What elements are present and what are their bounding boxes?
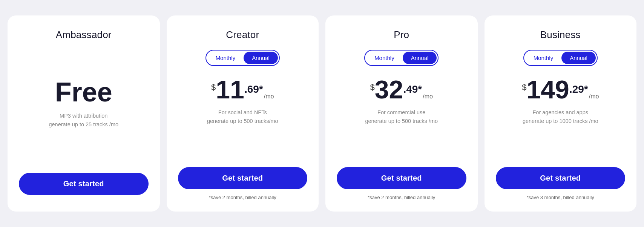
billing-toggle-creator[interactable]: MonthlyAnnual (205, 50, 280, 66)
price-currency-business: $ (522, 83, 526, 92)
price-section-creator: $11.69*/mo (211, 77, 274, 102)
plan-description-business: For agencies and apps generate up to 100… (523, 108, 598, 132)
plan-name-creator: Creator (226, 29, 259, 41)
annual-btn-pro[interactable]: Annual (403, 52, 437, 64)
get-started-btn-ambassador[interactable]: Get started (19, 173, 149, 195)
save-note-pro: *save 2 months, billed annually (368, 195, 435, 200)
price-decimal-business: .29* (569, 83, 588, 95)
annual-btn-creator[interactable]: Annual (244, 52, 278, 64)
plan-description-ambassador: MP3 with attribution generate up to 25 t… (49, 112, 118, 137)
plan-name-ambassador: Ambassador (56, 29, 112, 41)
get-started-btn-creator[interactable]: Get started (178, 167, 308, 189)
price-decimal-creator: .69* (244, 83, 263, 95)
plan-name-pro: Pro (394, 29, 409, 41)
plan-description-creator: For social and NFTs generate up to 500 t… (207, 108, 278, 132)
plan-description-pro: For commercial use generate up to 500 tr… (365, 108, 438, 132)
price-period-pro: /mo (423, 93, 433, 100)
price-period-creator: /mo (264, 93, 274, 100)
price-free-ambassador: Free (55, 78, 112, 106)
annual-btn-business[interactable]: Annual (561, 52, 596, 64)
save-note-business: *save 3 months, billed annually (527, 195, 594, 200)
price-main-business: 149 (526, 77, 569, 102)
plan-name-business: Business (540, 29, 581, 41)
monthly-btn-creator[interactable]: Monthly (207, 52, 244, 64)
pricing-card-creator: CreatorMonthlyAnnual$11.69*/moFor social… (167, 15, 319, 212)
price-main-pro: 32 (375, 77, 403, 102)
price-currency-pro: $ (370, 83, 375, 92)
pricing-card-ambassador: AmbassadorFreeMP3 with attribution gener… (8, 15, 160, 212)
price-section-business: $149.29*/mo (522, 77, 599, 102)
monthly-btn-pro[interactable]: Monthly (366, 52, 403, 64)
get-started-btn-business[interactable]: Get started (496, 167, 626, 189)
price-currency-creator: $ (211, 83, 216, 92)
billing-toggle-business[interactable]: MonthlyAnnual (523, 50, 598, 66)
price-decimal-pro: .49* (403, 83, 422, 95)
pricing-card-business: BusinessMonthlyAnnual$149.29*/moFor agen… (485, 15, 637, 212)
save-note-creator: *save 2 months, billed annually (209, 195, 276, 200)
price-section-ambassador: Free (55, 78, 112, 106)
pricing-card-pro: ProMonthlyAnnual$32.49*/moFor commercial… (325, 15, 478, 212)
pricing-grid: AmbassadorFreeMP3 with attribution gener… (8, 15, 636, 212)
billing-toggle-pro[interactable]: MonthlyAnnual (364, 50, 439, 66)
price-section-pro: $32.49*/mo (370, 77, 433, 102)
price-period-business: /mo (589, 93, 599, 100)
price-main-creator: 11 (216, 77, 244, 102)
get-started-btn-pro[interactable]: Get started (337, 167, 466, 189)
monthly-btn-business[interactable]: Monthly (525, 52, 562, 64)
